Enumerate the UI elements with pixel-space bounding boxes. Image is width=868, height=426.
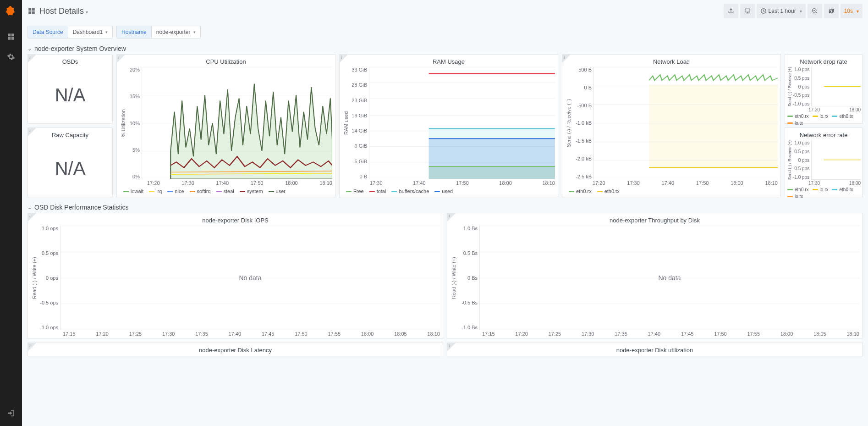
var-label: Data Source — [28, 26, 68, 38]
var-value[interactable]: Dashboard1▾ — [68, 26, 112, 38]
panel-title: node-exporter Disk utilization — [447, 343, 862, 355]
legend: eth0.rxlo.rxeth0.txlo.tx — [786, 186, 861, 200]
x-axis: 17:3018:00 — [786, 106, 861, 112]
y-axis: 20%15%10%5%0% — [127, 67, 142, 179]
panel-title: OSDs — [28, 55, 112, 67]
y-axis: 1.0 Bs0.5 Bs0 Bs-0.5 Bs-1.0 Bs — [457, 226, 479, 330]
x-axis: 17:1517:2017:2517:3017:3517:4017:4517:50… — [450, 330, 859, 337]
panel-title: Network Load — [562, 55, 780, 67]
row-header-osd-perf[interactable]: ⌄ OSD Disk Performance Statistics — [27, 201, 863, 213]
panel-rawcapacity[interactable]: Raw Capacity N/A — [27, 127, 113, 197]
x-axis: 17:2017:3017:4017:5018:0018:10 — [565, 179, 778, 186]
svg-rect-6 — [28, 11, 31, 14]
stat-value: N/A — [28, 140, 112, 197]
svg-rect-14 — [649, 85, 778, 168]
svg-rect-8 — [745, 9, 750, 12]
panel-disk-throughput[interactable]: node-exporter Throughput by Disk Read (-… — [447, 213, 863, 339]
panel-title: Network drop rate — [785, 55, 862, 67]
timerange-button[interactable]: Last 1 hour ▾ — [757, 4, 806, 18]
panel-osds[interactable]: OSDs N/A — [27, 54, 113, 124]
info-icon[interactable] — [562, 55, 571, 63]
page-title[interactable]: Host Details▾ — [39, 6, 88, 16]
info-icon[interactable] — [28, 343, 36, 351]
chart-plot[interactable] — [811, 140, 861, 180]
panel-disk-latency[interactable]: node-exporter Disk Latency — [27, 343, 443, 356]
y-axis-label: % Utilization — [120, 67, 127, 179]
caret-down-icon: ▾ — [86, 10, 88, 15]
var-value[interactable]: node-exporter▾ — [152, 26, 200, 38]
y-axis: 1.0 pps0.5 pps0 pps-0.5 pps-1.0 pps — [793, 67, 811, 106]
dashboard-grid-icon — [27, 7, 36, 15]
svg-rect-13 — [429, 166, 555, 179]
var-hostname[interactable]: Hostname node-exporter▾ — [116, 26, 200, 39]
sidebar-dashboards-icon[interactable] — [2, 28, 20, 46]
info-icon[interactable] — [28, 213, 36, 221]
panel-title: node-exporter Disk Latency — [28, 343, 443, 355]
chevron-down-icon: ⌄ — [27, 205, 32, 210]
info-icon[interactable] — [28, 55, 36, 63]
info-icon[interactable] — [117, 55, 125, 63]
topbar: Host Details▾ Last 1 hour ▾ 10s▾ — [22, 0, 868, 22]
panel-network-load[interactable]: Network Load Send (-) / Receive (+) 500 … — [562, 54, 781, 197]
svg-rect-5 — [32, 8, 35, 11]
y-axis: 1.0 pps0.5 pps0 pps-0.5 pps-1.0 pps — [793, 140, 811, 180]
svg-rect-7 — [32, 11, 35, 14]
panel-title: Raw Capacity — [28, 128, 112, 140]
x-axis: 17:2017:3017:4017:5018:0018:10 — [120, 179, 332, 186]
svg-rect-2 — [8, 37, 11, 40]
chevron-down-icon: ⌄ — [27, 46, 32, 52]
chart-plot[interactable] — [593, 67, 778, 179]
panel-cpu[interactable]: CPU Utilization % Utilization 20%15%10%5… — [116, 54, 335, 197]
zoom-out-button[interactable] — [808, 4, 822, 18]
x-axis: 17:3018:00 — [786, 180, 861, 186]
no-data-label: No data — [658, 274, 681, 282]
row-header-overview[interactable]: ⌄ node-exporter System Overview — [27, 42, 863, 54]
legend: iowaitirqnicesoftirqstealsystemuser — [120, 186, 332, 195]
stat-value: N/A — [28, 67, 112, 123]
svg-rect-4 — [28, 8, 31, 11]
panel-disk-iops[interactable]: node-exporter Disk IOPS Read (-) / Write… — [27, 213, 443, 339]
y-axis: 500 B0 B-500 B-1.0 kB-1.5 kB-2.0 kB-2.5 … — [572, 67, 593, 179]
chart-plot[interactable]: No data — [60, 226, 440, 330]
panel-title: RAM Usage — [340, 55, 558, 67]
info-icon[interactable] — [28, 128, 36, 136]
no-data-label: No data — [239, 274, 261, 282]
legend: eth0.rxlo.rxeth0.txlo.tx — [786, 112, 861, 127]
panel-title: node-exporter Throughput by Disk — [447, 213, 862, 226]
panel-title: Network error rate — [785, 128, 862, 140]
legend: eth0.rxeth0.tx — [565, 186, 778, 195]
svg-rect-0 — [8, 33, 11, 36]
y-axis-label: Read (-) / Write (+) — [31, 226, 38, 330]
legend: Freetotalbuffers/cacheused — [342, 186, 555, 195]
sidebar-settings-icon[interactable] — [2, 48, 20, 66]
refresh-button[interactable] — [824, 4, 839, 18]
info-icon[interactable] — [447, 213, 456, 221]
chart-plot[interactable] — [369, 67, 555, 179]
chart-plot[interactable]: No data — [479, 226, 859, 330]
chart-plot[interactable] — [142, 67, 332, 179]
var-label: Hostname — [117, 26, 152, 38]
svg-rect-3 — [11, 37, 14, 40]
info-icon[interactable] — [340, 55, 348, 63]
panel-title: node-exporter Disk IOPS — [28, 213, 443, 226]
svg-rect-1 — [11, 33, 14, 36]
grafana-logo-icon[interactable] — [4, 4, 18, 18]
panel-network-drop[interactable]: Network drop rate Send (-) / Receive (+)… — [785, 54, 863, 124]
share-button[interactable] — [724, 4, 738, 18]
var-datasource[interactable]: Data Source Dashboard1▾ — [27, 26, 113, 39]
cycle-view-button[interactable] — [740, 4, 755, 18]
panel-ram[interactable]: RAM Usage RAM used 33 GiB28 GiB23 GiB19 … — [339, 54, 558, 197]
y-axis: 1.0 ops0.5 ops0 ops-0.5 ops-1.0 ops — [38, 226, 60, 330]
info-icon[interactable] — [447, 343, 456, 351]
sidebar — [0, 0, 22, 365]
x-axis: 17:3017:4017:5018:0018:10 — [342, 179, 555, 186]
y-axis-label: RAM used — [342, 67, 350, 179]
chart-plot[interactable] — [811, 67, 861, 106]
refresh-interval-button[interactable]: 10s▾ — [841, 4, 863, 18]
panel-network-error[interactable]: Network error rate Send (-) / Receive (+… — [785, 127, 863, 197]
y-axis-label: Send (-) / Receive (+) — [565, 67, 572, 179]
y-axis-label: Read (-) / Write (+) — [450, 226, 457, 330]
y-axis-label: Send (-) / Receive (+) — [786, 140, 793, 180]
y-axis: 33 GiB28 GiB23 GiB19 GiB14 GiB9 GiB5 GiB… — [350, 67, 369, 179]
panel-disk-utilization[interactable]: node-exporter Disk utilization — [447, 343, 863, 356]
